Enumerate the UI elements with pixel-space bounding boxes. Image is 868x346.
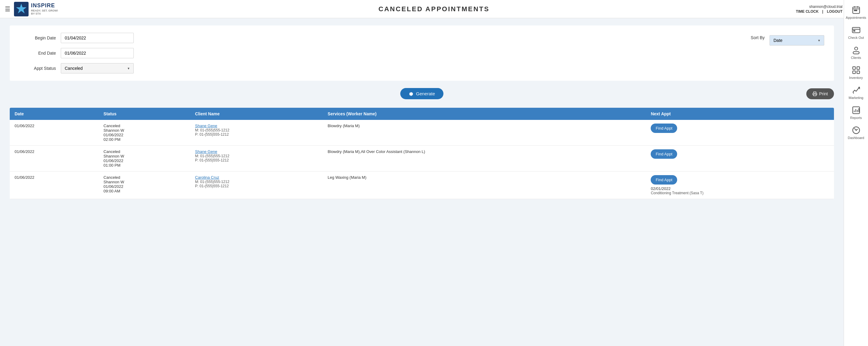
header-email: shannon@cloud.trial (809, 5, 842, 9)
client-name-link[interactable]: Shane Gene (195, 124, 217, 128)
status-line3: 01/06/2022 (104, 184, 185, 189)
actions-row: Generate Print (10, 85, 834, 102)
cell-date: 01/06/2022 (10, 120, 99, 146)
client-mobile: M: 01-(555)555-1212 (195, 154, 318, 158)
printer-icon (812, 91, 817, 96)
table-row: 01/06/2022Canceled Shannon W 01/06/2022 … (10, 120, 834, 146)
generate-button[interactable]: Generate (400, 88, 444, 99)
sidebar-item-reports-label: Reports (850, 116, 862, 119)
cell-status: Canceled Shannon W 01/06/2022 09:00 AM (99, 171, 190, 199)
cell-status: Canceled Shannon W 01/06/2022 02:00 PM (99, 120, 190, 146)
marketing-icon (851, 85, 861, 95)
checkout-icon (851, 26, 861, 35)
dashboard-icon (851, 126, 861, 135)
appt-status-select-wrapper: Canceled Confirmed All (61, 63, 134, 73)
gear-icon (409, 91, 414, 96)
status-line1: Canceled (104, 149, 185, 154)
svg-rect-5 (856, 10, 857, 11)
logo-icon (14, 2, 29, 16)
logo-brand: INSPIRE (31, 2, 58, 9)
logo-sub: BY STX (31, 12, 58, 15)
cell-client: Shane Gene M: 01-(555)555-1212 P: 01-(55… (190, 120, 323, 146)
status-line1: Canceled (104, 124, 185, 128)
cell-services: Blowdry (Maria M),All Over Color Assista… (323, 146, 646, 171)
cell-next-appt: Find Appt (646, 146, 834, 171)
status-line4: 02:00 PM (104, 137, 185, 142)
sidebar-item-checkout[interactable]: Check Out (844, 23, 868, 42)
calendar-icon (851, 5, 861, 14)
sidebar-item-marketing[interactable]: Marketing (844, 82, 868, 103)
header: ☰ INSPIRE READY. SET. GROW! BY STX CANCE… (0, 0, 868, 18)
sidebar-item-checkout-label: Check Out (848, 36, 864, 39)
logo-text: INSPIRE READY. SET. GROW! BY STX (31, 2, 58, 15)
sidebar-item-inventory-label: Inventory (849, 76, 863, 79)
svg-rect-10 (853, 51, 859, 54)
svg-rect-4 (854, 10, 855, 11)
hamburger-menu[interactable]: ☰ (5, 5, 10, 13)
col-client: Client Name (190, 108, 323, 120)
sidebar-item-appointments-label: Appointments (846, 16, 866, 20)
svg-rect-11 (852, 67, 855, 70)
sort-by-select-wrapper: Date Client Name Worker (770, 35, 824, 45)
svg-rect-14 (857, 71, 860, 74)
cell-services: Leg Waxing (Maria M) (323, 171, 646, 199)
print-button[interactable]: Print (806, 88, 834, 99)
cell-services: Blowdry (Maria M) (323, 120, 646, 146)
services-text: Leg Waxing (Maria M) (328, 175, 366, 180)
status-line2: Shannon W (104, 128, 185, 133)
begin-date-input[interactable] (61, 33, 134, 43)
logout-button[interactable]: LOGOUT (827, 9, 842, 14)
appt-status-row: Appt Status Canceled Confirmed All (20, 63, 746, 73)
sidebar-item-inventory[interactable]: Inventory (844, 63, 868, 82)
status-line3: 01/06/2022 (104, 133, 185, 137)
sidebar-item-marketing-label: Marketing (848, 96, 863, 100)
svg-point-15 (858, 87, 860, 88)
sidebar-item-clients-label: Clients (851, 56, 861, 60)
client-mobile: M: 01-(555)555-1212 (195, 128, 318, 132)
clients-icon (851, 45, 861, 55)
status-line4: 01:00 PM (104, 163, 185, 168)
sidebar-item-dashboard-label: Dashboard (848, 136, 864, 140)
col-next-appt: Next Appt (646, 108, 834, 120)
header-actions: TIME CLOCK | LOGOUT (796, 9, 842, 14)
svg-rect-32 (814, 94, 816, 96)
find-appt-button[interactable]: Find Appt (651, 175, 677, 184)
find-appt-button[interactable]: Find Appt (651, 124, 677, 133)
appt-status-select[interactable]: Canceled Confirmed All (61, 63, 134, 73)
cell-client: Carolina Cruz M: 01-(555)555-1212 P: 01-… (190, 171, 323, 199)
cell-status: Canceled Shannon W 01/06/2022 01:00 PM (99, 146, 190, 171)
next-appt-date: 02/01/2022 (651, 186, 829, 191)
end-date-label: End Date (20, 51, 56, 56)
client-name-link[interactable]: Shane Gene (195, 149, 217, 154)
client-phone: P: 01-(555)555-1212 (195, 184, 318, 188)
sidebar-item-clients[interactable]: Clients (844, 42, 868, 63)
time-clock-button[interactable]: TIME CLOCK (796, 9, 819, 14)
status-line1: Canceled (104, 175, 185, 180)
page-title: CANCELED APPOINTMENTS (378, 5, 489, 13)
cell-client: Shane Gene M: 01-(555)555-1212 P: 01-(55… (190, 146, 323, 171)
table-header-row: Date Status Client Name Services (Worker… (10, 108, 834, 120)
end-date-input[interactable] (61, 48, 134, 58)
find-appt-button[interactable]: Find Appt (651, 149, 677, 159)
col-services: Services (Worker Name) (323, 108, 646, 120)
svg-rect-12 (857, 67, 860, 70)
sort-by-select[interactable]: Date Client Name Worker (770, 35, 824, 45)
cell-next-appt: Find Appt (646, 120, 834, 146)
sidebar-item-appointments[interactable]: Appointments (844, 2, 868, 23)
client-name-link[interactable]: Carolina Cruz (195, 175, 219, 180)
appointments-table: Date Status Client Name Services (Worker… (10, 108, 834, 199)
status-line4: 09:00 AM (104, 189, 185, 193)
logo: INSPIRE READY. SET. GROW! BY STX (14, 2, 58, 16)
inventory-icon (851, 66, 861, 75)
client-phone: P: 01-(555)555-1212 (195, 158, 318, 162)
header-right: shannon@cloud.trial TIME CLOCK | LOGOUT (796, 5, 842, 14)
svg-point-22 (856, 130, 857, 131)
table-row: 01/06/2022Canceled Shannon W 01/06/2022 … (10, 171, 834, 199)
sidebar-item-dashboard[interactable]: Dashboard (844, 123, 868, 143)
status-line2: Shannon W (104, 180, 185, 184)
header-separator: | (822, 9, 823, 14)
cell-next-appt: Find Appt02/01/2022 Conditioning Treatme… (646, 171, 834, 199)
sidebar-item-reports[interactable]: Reports (844, 103, 868, 123)
begin-date-row: Begin Date (20, 33, 746, 43)
col-status: Status (99, 108, 190, 120)
